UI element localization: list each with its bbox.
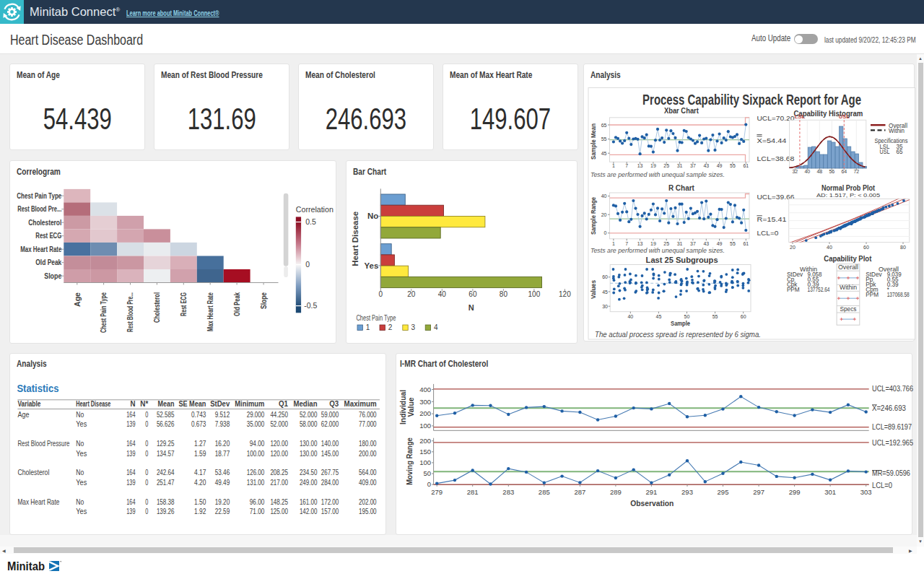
svg-text:200: 200 [419, 436, 431, 444]
svg-text:142.00: 142.00 [300, 507, 318, 515]
svg-text:25: 25 [663, 163, 669, 168]
svg-text:139: 139 [126, 477, 135, 486]
svg-text:200.00: 200.00 [359, 448, 377, 457]
svg-text:409.00: 409.00 [359, 477, 377, 486]
svg-text:Last 25 Subgroups: Last 25 Subgroups [646, 256, 718, 264]
svg-text:125.00: 125.00 [270, 507, 288, 515]
svg-text:300: 300 [419, 397, 431, 405]
svg-text:76.000: 76.000 [359, 409, 377, 418]
svg-text:72: 72 [853, 169, 859, 174]
svg-text:0: 0 [305, 260, 310, 269]
svg-text:0: 0 [145, 507, 148, 515]
svg-text:1.27: 1.27 [194, 438, 206, 447]
svg-text:45: 45 [601, 151, 607, 156]
svg-text:120.00: 120.00 [270, 448, 288, 457]
svg-text:150: 150 [419, 448, 431, 456]
svg-text:164: 164 [126, 409, 135, 418]
svg-text:164: 164 [126, 438, 135, 447]
svg-text:40: 40 [804, 169, 810, 174]
svg-text:Max Heart Rate: Max Heart Rate [206, 292, 214, 331]
svg-text:1.92: 1.92 [194, 507, 206, 515]
svg-text:0.5: 0.5 [305, 217, 316, 226]
svg-text:20: 20 [790, 245, 796, 250]
svg-text:295: 295 [718, 488, 729, 496]
svg-text:55: 55 [712, 314, 718, 319]
svg-text:208.25: 208.25 [270, 468, 288, 476]
svg-text:LSL: LSL [794, 113, 805, 120]
svg-text:Normal Prob Plot: Normal Prob Plot [821, 183, 875, 192]
svg-text:217.00: 217.00 [270, 477, 288, 486]
svg-text:180.00: 180.00 [359, 438, 377, 447]
svg-text:40: 40 [601, 193, 607, 199]
svg-text:Q3: Q3 [329, 399, 339, 408]
svg-text:Capability Plot: Capability Plot [824, 254, 871, 263]
svg-text:77.000: 77.000 [359, 419, 377, 428]
svg-text:7: 7 [625, 163, 628, 168]
svg-text:Rest Blood Pre...: Rest Blood Pre... [126, 292, 134, 332]
svg-text:UCL=403.766: UCL=403.766 [872, 385, 913, 393]
svg-text:N*: N* [140, 399, 149, 408]
svg-text:19.20: 19.20 [215, 497, 230, 505]
svg-text:Slope: Slope [259, 292, 268, 309]
svg-text:No: No [367, 212, 378, 220]
svg-text:299: 299 [789, 488, 801, 496]
svg-text:56: 56 [829, 169, 834, 174]
svg-text:0: 0 [145, 477, 148, 486]
svg-text:49.49: 49.49 [215, 477, 230, 486]
svg-text:120.00: 120.00 [270, 438, 288, 447]
svg-text:No: No [76, 468, 84, 476]
svg-text:Chest Pain Type: Chest Pain Type [17, 191, 61, 200]
svg-text:1.50: 1.50 [194, 497, 206, 505]
svg-text:0.673: 0.673 [191, 419, 206, 428]
svg-text:Statistics: Statistics [17, 382, 58, 393]
svg-text:45: 45 [602, 290, 608, 295]
svg-text:Cholesterol: Cholesterol [17, 468, 49, 476]
svg-text:18.77: 18.77 [215, 448, 230, 457]
svg-text:297: 297 [753, 488, 764, 496]
svg-text:Within: Within [840, 284, 857, 291]
svg-text:X=246.693: X=246.693 [872, 404, 906, 412]
svg-text:59.000: 59.000 [321, 409, 339, 418]
svg-text:Overall: Overall [838, 264, 858, 271]
svg-text:148.25: 148.25 [270, 497, 288, 505]
svg-text:32: 32 [792, 169, 798, 174]
svg-text:55: 55 [730, 163, 736, 168]
svg-text:37: 37 [690, 163, 696, 168]
svg-text:287: 287 [574, 488, 585, 496]
svg-text:Slope: Slope [44, 271, 61, 280]
svg-text:291: 291 [645, 488, 657, 496]
svg-text:Yes: Yes [76, 477, 87, 486]
svg-text:284.00: 284.00 [321, 477, 339, 486]
svg-text:202.00: 202.00 [359, 497, 377, 505]
svg-text:172.00: 172.00 [321, 497, 339, 505]
svg-text:200: 200 [419, 409, 431, 417]
svg-text:1: 1 [612, 163, 615, 168]
svg-text:PPM: PPM [866, 292, 879, 298]
svg-text:40: 40 [827, 245, 832, 250]
svg-text:71.00: 71.00 [250, 507, 265, 515]
svg-text:130.00: 130.00 [300, 438, 318, 447]
svg-text:25: 25 [663, 241, 669, 246]
svg-text:139.26: 139.26 [157, 507, 175, 515]
svg-text:145.00: 145.00 [321, 448, 339, 457]
svg-text:7.938: 7.938 [215, 419, 230, 428]
svg-text:126.00: 126.00 [247, 468, 265, 476]
svg-text:Yes: Yes [76, 419, 87, 428]
svg-text:Specs: Specs [840, 305, 857, 313]
svg-text:Age: Age [73, 292, 82, 307]
svg-text:22.59: 22.59 [215, 507, 230, 515]
svg-text:45: 45 [656, 314, 662, 319]
svg-text:195.00: 195.00 [359, 507, 377, 515]
svg-text:0: 0 [145, 438, 148, 447]
svg-text:Cholesterol: Cholesterol [28, 218, 61, 227]
svg-text:131.00: 131.00 [247, 477, 265, 486]
svg-text:3: 3 [411, 323, 416, 331]
svg-text:No: No [76, 497, 84, 505]
svg-text:61: 61 [743, 163, 749, 168]
svg-text:19: 19 [650, 241, 656, 246]
svg-text:Minimum: Minimum [235, 399, 264, 408]
svg-text:58.000: 58.000 [300, 419, 318, 428]
svg-text:100.00: 100.00 [247, 448, 265, 457]
svg-text:Chest Pain Type: Chest Pain Type [99, 292, 108, 333]
svg-text:60: 60 [741, 314, 746, 319]
